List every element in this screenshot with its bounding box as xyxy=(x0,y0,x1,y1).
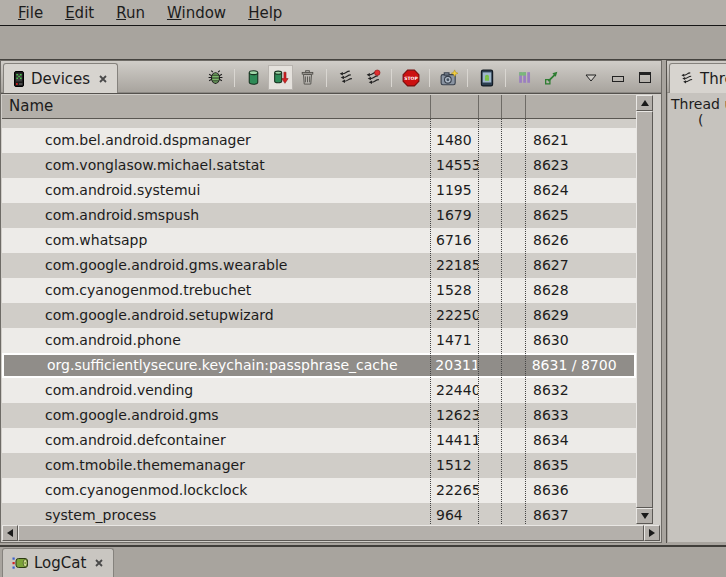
vertical-scroll-thumb[interactable] xyxy=(636,111,653,508)
table-row[interactable]: com.tmobile.thememanager15128635 xyxy=(2,453,636,478)
screen-capture-button[interactable] xyxy=(436,65,461,90)
table-row[interactable]: com.google.android.setupwizard222508629 xyxy=(2,303,636,328)
cell-c2 xyxy=(501,228,525,253)
tab-threads[interactable]: Threads xyxy=(669,63,726,93)
heap-growth-button[interactable] xyxy=(539,65,564,90)
cell-name: com.bel.android.dspmanager xyxy=(2,128,430,153)
cell-c2 xyxy=(500,355,524,376)
table-row[interactable]: com.android.vending224408632 xyxy=(2,378,636,403)
tab-devices[interactable]: Devices xyxy=(3,63,118,93)
right-arrow-icon xyxy=(649,529,655,537)
scroll-up-button[interactable] xyxy=(636,95,653,111)
hprof-dump-icon xyxy=(272,69,289,86)
view-menu-button[interactable] xyxy=(578,65,603,90)
table-row[interactable]: com.android.phone14718630 xyxy=(2,328,636,353)
cell-port: 8632 xyxy=(525,378,636,403)
table-row[interactable]: com.whatsapp67168626 xyxy=(2,228,636,253)
scroll-down-button[interactable] xyxy=(636,508,653,524)
cell-name: com.android.defcontainer xyxy=(2,428,430,453)
threads-icon xyxy=(337,69,354,86)
cell-pid: 1195 xyxy=(430,178,478,203)
column-separator xyxy=(501,119,502,524)
cell-name: com.cyanogenmod.lockclock xyxy=(2,478,430,503)
table-row[interactable]: com.bel.android.dspmanager14808621 xyxy=(2,128,636,153)
column-header-name[interactable]: Name xyxy=(9,97,53,115)
cell-pid: 1471 xyxy=(430,328,478,353)
cause-gc-button[interactable] xyxy=(295,65,320,90)
cell-pid: 1679 xyxy=(430,203,478,228)
start-method-profiling-button[interactable] xyxy=(360,65,385,90)
cell-c2 xyxy=(501,478,525,503)
vertical-scrollbar[interactable] xyxy=(636,95,653,524)
left-arrow-icon xyxy=(7,529,13,537)
cell-c2 xyxy=(501,303,525,328)
debug-process-button[interactable] xyxy=(203,65,228,90)
tab-devices-close-icon[interactable] xyxy=(98,74,108,84)
cell-pid: 12623 xyxy=(430,403,478,428)
table-row[interactable]: org.sufficientlysecure.keychain:passphra… xyxy=(2,353,636,378)
stop-process-button[interactable]: STOP xyxy=(398,65,423,90)
menu-run[interactable]: Run xyxy=(108,2,153,24)
tab-logcat-close-icon[interactable] xyxy=(94,558,104,568)
update-heap-button[interactable] xyxy=(241,65,266,90)
cell-c1 xyxy=(478,403,501,428)
cell-name: com.google.android.gms.wearable xyxy=(2,253,430,278)
menu-file[interactable]: File xyxy=(10,2,51,24)
cell-pid: 1512 xyxy=(430,453,478,478)
table-row[interactable]: com.android.systemui11958624 xyxy=(2,178,636,203)
svg-text:STOP: STOP xyxy=(404,76,418,81)
toolbar-separator xyxy=(467,69,468,87)
table-row[interactable]: com.vonglasow.michael.satstat145538623 xyxy=(2,153,636,178)
column-divider xyxy=(501,95,502,118)
cell-c2 xyxy=(501,178,525,203)
update-threads-button[interactable] xyxy=(333,65,358,90)
cell-c1 xyxy=(478,278,501,303)
device-screen-button[interactable] xyxy=(474,65,499,90)
maximize-view-button[interactable] xyxy=(632,65,657,90)
threads-tab-icon xyxy=(679,71,694,86)
minimize-view-button[interactable] xyxy=(605,65,630,90)
cell-port: 8626 xyxy=(525,228,636,253)
device-phone-icon xyxy=(13,71,25,87)
cell-c1 xyxy=(478,303,501,328)
cell-name: com.android.vending xyxy=(2,378,430,403)
menu-help[interactable]: Help xyxy=(240,2,290,24)
menu-window[interactable]: Window xyxy=(159,2,234,24)
table-row[interactable]: system_process9648637 xyxy=(2,503,636,524)
horizontal-scrollbar[interactable] xyxy=(2,525,660,541)
table-header[interactable]: Name xyxy=(2,95,636,119)
table-row[interactable]: com.android.smspush16798625 xyxy=(2,203,636,228)
thread-columns-button[interactable] xyxy=(512,65,537,90)
cell-c1 xyxy=(478,178,501,203)
minimize-icon xyxy=(612,76,624,82)
cell-port: 8627 xyxy=(525,253,636,278)
cell-port: 8630 xyxy=(525,328,636,353)
table-row[interactable]: com.android.defcontainer144118634 xyxy=(2,428,636,453)
table-row[interactable]: com.cyanogenmod.lockclock222658636 xyxy=(2,478,636,503)
dump-hprof-button[interactable] xyxy=(268,65,293,90)
tab-logcat[interactable]: LogCat xyxy=(2,548,114,577)
cell-c1 xyxy=(478,153,501,178)
cell-pid: 1528 xyxy=(430,278,478,303)
cell-name: system_process xyxy=(2,503,430,524)
column-divider xyxy=(525,95,526,118)
table-row[interactable]: com.cyanogenmod.trebuchet15288628 xyxy=(2,278,636,303)
devices-toolbar: STOP xyxy=(203,64,657,91)
scroll-right-button[interactable] xyxy=(644,525,660,541)
cell-c1 xyxy=(478,378,501,403)
cell-c2 xyxy=(501,153,525,178)
cell-pid: 22440 xyxy=(430,378,478,403)
cell-pid: 1480 xyxy=(430,128,478,153)
horizontal-scroll-thumb[interactable] xyxy=(18,525,644,541)
cell-name: org.sufficientlysecure.keychain:passphra… xyxy=(4,355,429,376)
table-row[interactable]: com.google.android.gms.wearable221858627 xyxy=(2,253,636,278)
table-row[interactable]: com.google.android.gms126238633 xyxy=(2,403,636,428)
scroll-left-button[interactable] xyxy=(2,525,18,541)
cell-port: 8633 xyxy=(525,403,636,428)
tab-threads-label: Threads xyxy=(700,70,726,88)
cell-pid: 22185 xyxy=(430,253,478,278)
cell-c2 xyxy=(501,278,525,303)
threads-message-line1: Thread up xyxy=(671,96,726,112)
menu-edit[interactable]: Edit xyxy=(57,2,102,24)
cell-pid: 6716 xyxy=(430,228,478,253)
